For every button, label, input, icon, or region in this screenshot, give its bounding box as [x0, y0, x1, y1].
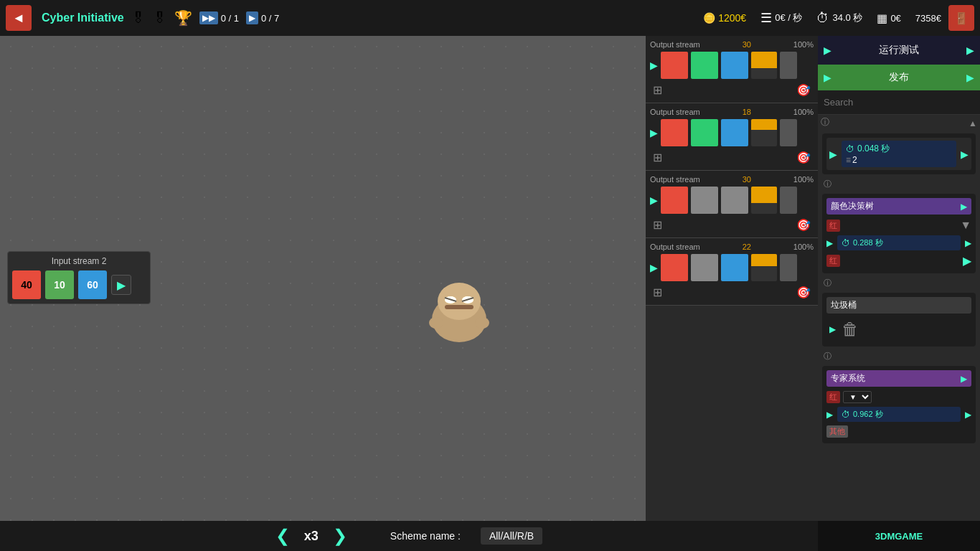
back-button[interactable]: ◄	[6, 5, 32, 31]
score-value: 0€	[890, 13, 900, 24]
node1-timer-icon: ⏱	[846, 144, 854, 154]
node2-row2: 红 ▶	[826, 253, 971, 269]
os2-color-2	[691, 119, 718, 146]
node1-expand-icon[interactable]: ▶	[829, 149, 837, 160]
timer-value: 34.0 秒	[832, 11, 862, 24]
node4-dropdown[interactable]: ▼	[843, 391, 872, 403]
os2-count: 18	[743, 108, 751, 116]
node4-row2-label: 其他	[826, 425, 848, 438]
node2-title: 颜色决策树	[831, 200, 874, 212]
os4-target-icon[interactable]: 🎯	[796, 286, 811, 299]
output-stream-1: Output stream 30 100% ▶ ⊞ 🎯	[646, 36, 818, 103]
os3-color-1	[661, 187, 688, 214]
input-stream-play-button[interactable]: ▶	[111, 275, 131, 295]
node4-play-icon[interactable]: ▶	[826, 410, 833, 420]
node-card-2: 颜色决策树 ▶ 红 ▼ ▶ ⏱ 0.288 秒 ▶ 红 ▶	[822, 194, 976, 273]
input-stream-title: Input stream 2	[12, 256, 146, 266]
os2-color-3	[721, 119, 748, 146]
far-right-panel: ▶ 运行测试 ▶ ▶ 发布 ▶ ⓘ ▲ ▶ ⏱ 0.048 秒 ≡ 2	[818, 36, 980, 551]
os4-play-button[interactable]: ▶	[650, 262, 658, 273]
medal-2: 🎖	[153, 10, 167, 27]
run-test-button[interactable]: ▶ 运行测试 ▶	[818, 36, 980, 65]
node1-right-arrow-icon: ▶	[961, 149, 969, 160]
input-color-3: 60	[78, 270, 107, 299]
node2-timer-icon: ⏱	[842, 238, 850, 248]
os2-pct: 100%	[793, 108, 814, 116]
watermark: 3DMGAME	[875, 531, 923, 542]
total-score-stat: 7358€	[915, 13, 941, 24]
node-card-3: 垃圾桶 ▶ 🗑	[822, 293, 976, 347]
os2-label: Output stream	[650, 108, 700, 116]
os1-label: Output stream	[650, 40, 700, 49]
right-arrow-button[interactable]: ❯	[333, 526, 347, 546]
svg-point-7	[429, 317, 443, 329]
node4-info-icon: ⓘ	[824, 351, 831, 362]
publish-play-right-icon: ▶	[966, 72, 974, 83]
os3-pct: 100%	[793, 175, 814, 184]
node1-timing: ⏱ 0.048 秒	[846, 143, 952, 155]
left-arrow-button[interactable]: ❮	[275, 526, 290, 546]
svg-rect-6	[445, 305, 473, 309]
publish-button[interactable]: ▶ 发布 ▶	[818, 65, 980, 90]
queue-stat-2: ▶ 0 / 7	[246, 11, 279, 24]
os3-color-2	[691, 187, 718, 214]
os1-color-1	[661, 52, 688, 79]
speed-stat: ☰ 0€ / 秒	[760, 10, 802, 26]
run-test-label: 运行测试	[879, 44, 919, 57]
node3-title: 垃圾桶	[831, 299, 857, 311]
node2-row1: 红 ▼	[826, 217, 971, 233]
node1-count: ≡ 2	[846, 155, 952, 165]
os2-target-icon[interactable]: 🎯	[796, 151, 811, 164]
node3-body: ▶ 🗑	[826, 316, 971, 342]
node4-row2: 其他	[826, 424, 971, 439]
speed-value: 0€ / 秒	[775, 11, 802, 24]
search-input[interactable]	[818, 90, 980, 115]
os4-color-1	[661, 254, 688, 281]
timer-stat: ⏱ 34.0 秒	[816, 11, 862, 26]
os1-color-3	[721, 52, 748, 79]
bottom-bar: ❮ x3 ❯ Scheme name : All/All/R/B	[0, 521, 818, 551]
os1-layers-icon[interactable]: ⊞	[653, 83, 662, 97]
publish-play-left-icon: ▶	[824, 72, 831, 83]
score-stat: ▦ 0€	[877, 11, 900, 25]
os3-layers-icon[interactable]: ⊞	[653, 218, 662, 232]
input-stream-items: 40 10 60 ▶	[12, 270, 146, 299]
node4-row1: 红 ▼	[826, 390, 971, 405]
node2-play-icon[interactable]: ▶	[826, 238, 833, 248]
publish-label: 发布	[889, 71, 909, 84]
run-test-play-right-icon: ▶	[966, 44, 974, 56]
node2-right-arrow-icon: ▶	[965, 238, 971, 248]
scroll-up-arrow[interactable]: ▲	[969, 118, 977, 128]
os4-count: 22	[743, 242, 751, 251]
os4-color-2	[691, 254, 718, 281]
game-area: Input stream 2 40 10 60 ▶	[0, 36, 646, 551]
os2-layers-icon[interactable]: ⊞	[653, 151, 662, 164]
os1-target-icon[interactable]: 🎯	[796, 83, 811, 97]
queue-stat-1: ▶▶ 0 / 1	[199, 11, 239, 24]
node3-play-icon[interactable]: ▶	[829, 324, 836, 334]
os1-count: 30	[743, 40, 751, 49]
os3-count: 30	[743, 175, 751, 184]
multiplier-value: x3	[304, 529, 319, 544]
coin-value: 1200€	[718, 12, 746, 24]
node4-timer-icon: ⏱	[842, 410, 850, 420]
node2-row2-arrow-icon: ▶	[963, 254, 971, 268]
os4-color-3	[721, 254, 748, 281]
exit-button[interactable]: 🚪	[948, 5, 974, 31]
node3-info-icon: ⓘ	[824, 278, 831, 288]
input-color-1: 40	[12, 270, 41, 299]
queue1-value: 0 / 1	[221, 13, 239, 24]
os3-play-button[interactable]: ▶	[650, 194, 658, 206]
os1-play-button[interactable]: ▶	[650, 60, 658, 71]
run-test-play-left-icon: ▶	[824, 44, 831, 56]
medal-3: 🏆	[174, 9, 192, 27]
node3-title-bar: 垃圾桶	[826, 297, 971, 314]
medal-1: 🎖	[131, 10, 146, 27]
top-bar: ◄ Cyber Initiative 🎖 🎖 🏆 ▶▶ 0 / 1 ▶ 0 / …	[0, 0, 980, 36]
node-card-1: ▶ ⏱ 0.048 秒 ≡ 2 ▶	[822, 133, 976, 174]
os2-play-button[interactable]: ▶	[650, 127, 658, 138]
os4-layers-icon[interactable]: ⊞	[653, 286, 662, 299]
os3-target-icon[interactable]: 🎯	[796, 218, 811, 232]
info-icon: ⓘ	[821, 116, 829, 129]
svg-point-8	[475, 317, 489, 329]
